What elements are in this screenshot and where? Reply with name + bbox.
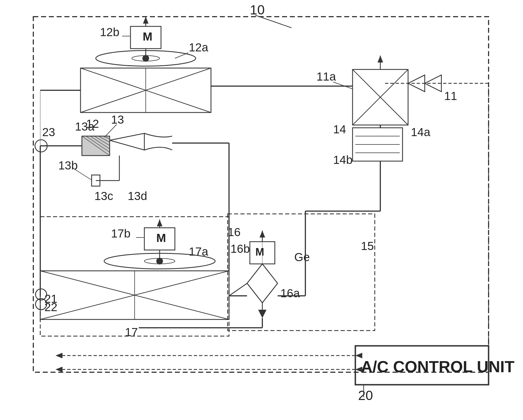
svg-marker-113 (56, 367, 62, 372)
svg-line-49 (105, 124, 117, 136)
ac-control-label: A/C CONTROL UNIT (361, 358, 514, 376)
svg-text:17b: 17b (111, 227, 130, 240)
svg-rect-83 (228, 214, 375, 331)
svg-marker-74 (260, 231, 265, 238)
svg-text:17a: 17a (189, 245, 208, 258)
label-ge: Ge (294, 251, 310, 264)
svg-text:16a: 16a (280, 287, 300, 300)
svg-text:11a: 11a (316, 70, 336, 83)
svg-text:13c: 13c (94, 189, 113, 202)
svg-text:12a: 12a (189, 41, 208, 54)
svg-text:M: M (255, 246, 264, 258)
svg-text:14a: 14a (411, 126, 431, 139)
svg-line-79 (229, 283, 247, 296)
diagram-container: 10 M 12b 12a 12 11 11a 14 (0, 0, 523, 420)
svg-marker-116 (355, 353, 362, 358)
main-svg: 10 M 12b 12a 12 11 11a 14 (0, 0, 523, 420)
svg-text:21: 21 (44, 292, 57, 305)
svg-marker-29 (378, 56, 383, 62)
svg-text:17: 17 (125, 326, 138, 339)
svg-marker-77 (258, 310, 266, 318)
svg-line-27 (333, 82, 353, 89)
svg-point-10 (142, 55, 149, 62)
svg-text:13b: 13b (58, 159, 78, 172)
svg-text:12b: 12b (100, 26, 119, 39)
svg-text:13a: 13a (75, 120, 95, 133)
svg-line-13 (175, 53, 188, 58)
svg-marker-5 (143, 17, 149, 24)
svg-text:13d: 13d (128, 189, 147, 202)
svg-marker-44 (110, 133, 144, 150)
svg-marker-117 (355, 367, 362, 372)
svg-text:M: M (143, 30, 152, 43)
label-10: 10 (250, 2, 265, 17)
svg-text:11: 11 (444, 89, 457, 102)
svg-marker-75 (247, 264, 278, 303)
svg-text:20: 20 (358, 388, 373, 403)
svg-line-52 (75, 169, 92, 180)
svg-marker-111 (56, 353, 62, 358)
svg-marker-58 (157, 219, 162, 226)
svg-text:M: M (156, 231, 166, 244)
svg-text:15: 15 (361, 239, 374, 252)
svg-text:23: 23 (42, 126, 55, 139)
svg-point-63 (156, 258, 163, 264)
svg-text:14: 14 (333, 123, 346, 136)
svg-text:16b: 16b (230, 242, 250, 255)
svg-text:13: 13 (111, 113, 124, 126)
svg-text:16: 16 (228, 226, 241, 239)
svg-text:14b: 14b (333, 153, 353, 166)
